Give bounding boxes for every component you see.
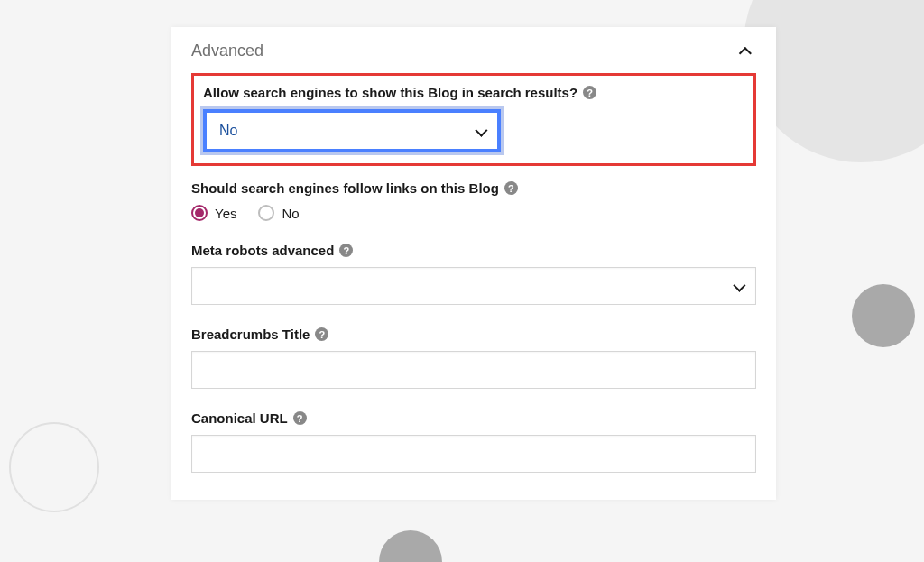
breadcrumbs-title-group: Breadcrumbs Title ? xyxy=(191,327,756,389)
canonical-url-label: Canonical URL ? xyxy=(191,410,756,426)
meta-robots-label: Meta robots advanced ? xyxy=(191,243,756,258)
allow-search-select-wrapper: No xyxy=(203,109,501,152)
follow-links-no-radio[interactable]: No xyxy=(258,205,299,221)
follow-links-radio-row: Yes No xyxy=(191,205,756,221)
follow-links-label: Should search engines follow links on th… xyxy=(191,180,756,196)
allow-search-select[interactable]: No xyxy=(203,109,501,152)
breadcrumbs-title-label: Breadcrumbs Title ? xyxy=(191,327,756,342)
help-icon[interactable]: ? xyxy=(315,327,328,341)
label-text: Breadcrumbs Title xyxy=(191,327,310,342)
label-text: Meta robots advanced xyxy=(191,243,334,258)
radio-label: No xyxy=(282,206,299,221)
decorative-circle xyxy=(852,284,915,347)
collapse-toggle[interactable] xyxy=(738,42,756,60)
panel-body: Allow search engines to show this Blog i… xyxy=(171,73,776,500)
radio-label: Yes xyxy=(215,206,236,221)
follow-links-group: Should search engines follow links on th… xyxy=(191,180,756,221)
highlight-box: Allow search engines to show this Blog i… xyxy=(191,73,756,166)
canonical-url-input[interactable] xyxy=(191,435,756,473)
label-text: Allow search engines to show this Blog i… xyxy=(203,85,578,100)
chevron-up-icon xyxy=(739,47,752,60)
panel-header: Advanced xyxy=(171,27,776,73)
label-text: Canonical URL xyxy=(191,410,288,426)
help-icon[interactable]: ? xyxy=(293,411,307,425)
panel-title: Advanced xyxy=(191,41,263,60)
canonical-url-group: Canonical URL ? xyxy=(191,410,756,473)
meta-robots-select[interactable] xyxy=(191,267,756,305)
radio-icon xyxy=(258,205,274,221)
decorative-circle xyxy=(379,530,442,562)
help-icon[interactable]: ? xyxy=(504,181,518,195)
decorative-circle xyxy=(9,422,99,512)
help-icon[interactable]: ? xyxy=(583,86,596,99)
help-icon[interactable]: ? xyxy=(339,244,353,257)
allow-search-label: Allow search engines to show this Blog i… xyxy=(203,85,744,100)
meta-robots-group: Meta robots advanced ? xyxy=(191,243,756,305)
chevron-down-icon xyxy=(476,122,485,141)
chevron-down-icon xyxy=(734,277,743,296)
follow-links-yes-radio[interactable]: Yes xyxy=(191,205,236,221)
select-value: No xyxy=(219,123,237,139)
radio-icon xyxy=(191,205,208,221)
breadcrumbs-title-input[interactable] xyxy=(191,351,756,389)
advanced-panel: Advanced Allow search engines to show th… xyxy=(171,27,776,500)
radio-dot xyxy=(195,208,204,217)
label-text: Should search engines follow links on th… xyxy=(191,180,499,196)
